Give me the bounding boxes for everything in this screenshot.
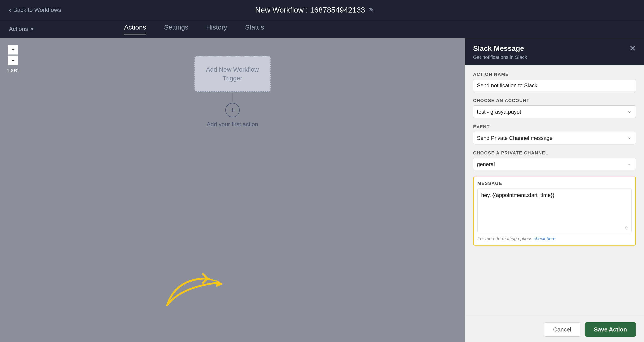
chevron-down-icon: ▾ (31, 25, 34, 32)
tag-icon: ◇ (625, 225, 628, 231)
tab-nav: Actions Settings History Status (47, 23, 341, 34)
action-name-input[interactable] (473, 79, 636, 92)
choose-channel-label: CHOOSE A PRIVATE CHANNEL (473, 150, 636, 156)
back-arrow-icon: ‹ (9, 6, 11, 14)
save-action-button[interactable]: Save Action (585, 322, 636, 337)
connector-line (232, 93, 233, 102)
zoom-level-label: 100% (7, 68, 19, 73)
choose-account-group: CHOOSE AN ACCOUNT test - grasya.puyot (473, 98, 636, 118)
trigger-text: Add New Workflow Trigger (206, 65, 259, 83)
main-content: + − 100% Add New Workflow Trigger + Add … (0, 38, 644, 342)
panel-header: Slack Message Get notifications in Slack… (465, 38, 644, 65)
edit-workflow-icon[interactable]: ✎ (369, 6, 374, 14)
choose-channel-group: CHOOSE A PRIVATE CHANNEL general (473, 150, 636, 170)
panel-footer: Cancel Save Action (465, 317, 644, 342)
add-action-plus-icon: + (230, 105, 235, 115)
cancel-button[interactable]: Cancel (544, 322, 580, 337)
panel-title-group: Slack Message Get notifications in Slack (473, 44, 527, 60)
action-name-group: ACTION NAME (473, 72, 636, 92)
add-action-circle[interactable]: + (225, 103, 240, 117)
event-select-wrapper: Send Private Channel message (473, 132, 636, 144)
choose-channel-select-wrapper: general (473, 158, 636, 170)
tab-bar: Actions ▾ Actions Settings History Statu… (0, 20, 644, 38)
back-to-workflows-link[interactable]: ‹ Back to Workflows (9, 6, 61, 14)
zoom-in-button[interactable]: + (8, 45, 18, 55)
canvas-area: + − 100% Add New Workflow Trigger + Add … (0, 38, 465, 342)
zoom-out-button[interactable]: − (8, 55, 18, 65)
event-select[interactable]: Send Private Channel message (473, 132, 636, 144)
panel-close-button[interactable]: ✕ (629, 44, 636, 52)
actions-dropdown[interactable]: Actions ▾ (9, 25, 34, 32)
tab-actions[interactable]: Actions (124, 23, 146, 34)
message-group: MESSAGE hey. {{appointment.start_time}} … (473, 177, 636, 246)
right-panel: Slack Message Get notifications in Slack… (465, 38, 644, 342)
arrow-annotation (162, 261, 225, 315)
panel-subtitle: Get notifications in Slack (473, 54, 527, 60)
back-link-label: Back to Workflows (13, 6, 61, 13)
tab-history[interactable]: History (206, 23, 227, 34)
tab-settings[interactable]: Settings (164, 23, 188, 34)
panel-title: Slack Message (473, 44, 527, 53)
tab-status[interactable]: Status (245, 23, 264, 34)
choose-channel-select[interactable]: general (473, 158, 636, 170)
panel-body: ACTION NAME CHOOSE AN ACCOUNT test - gra… (465, 65, 644, 317)
message-label: MESSAGE (477, 181, 632, 186)
actions-dropdown-label: Actions (9, 25, 28, 32)
message-hint: For more formatting options check here (477, 236, 632, 241)
check-here-link[interactable]: check here (534, 236, 556, 241)
zoom-controls: + − 100% (7, 45, 19, 73)
choose-account-select-wrapper: test - grasya.puyot (473, 105, 636, 118)
svg-marker-0 (216, 280, 223, 287)
workflow-title-text: New Workflow : 1687854942133 (255, 5, 365, 14)
top-bar: ‹ Back to Workflows New Workflow : 16878… (0, 0, 644, 20)
workflow-trigger-box[interactable]: Add New Workflow Trigger (194, 56, 270, 92)
event-group: EVENT Send Private Channel message (473, 124, 636, 144)
choose-account-label: CHOOSE AN ACCOUNT (473, 98, 636, 103)
action-name-label: ACTION NAME (473, 72, 636, 77)
add-first-action-label: Add your first action (207, 121, 258, 128)
message-textarea[interactable]: hey. {{appointment.start_time}} (477, 188, 632, 233)
event-label: EVENT (473, 124, 636, 129)
choose-account-select[interactable]: test - grasya.puyot (473, 105, 636, 118)
workflow-title-group: New Workflow : 1687854942133 ✎ (61, 5, 568, 14)
